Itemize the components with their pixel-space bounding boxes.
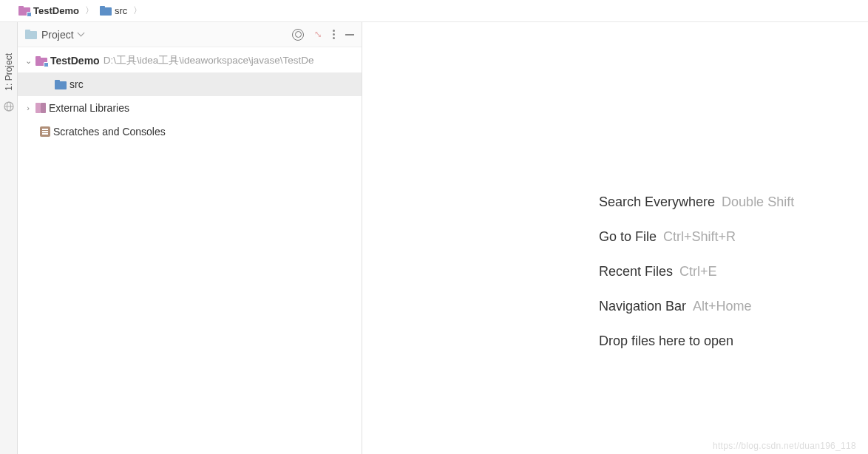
panel-title: Project xyxy=(41,29,74,41)
chevron-down-icon xyxy=(78,31,86,38)
breadcrumb-label: src xyxy=(115,5,127,16)
library-icon xyxy=(35,103,46,113)
hint-shortcut: Ctrl+E xyxy=(679,264,717,279)
folder-icon xyxy=(25,30,37,39)
collapse-all-button[interactable] xyxy=(314,29,322,40)
hint-label: Recent Files xyxy=(599,264,673,279)
hint-search-everywhere: Search Everywhere Double Shift xyxy=(599,194,794,210)
tree-node-scratches[interactable]: Scratches and Consoles xyxy=(18,120,362,143)
breadcrumb-separator: 〉 xyxy=(132,4,143,17)
tree-node-label: Scratches and Consoles xyxy=(53,126,166,138)
expand-toggle[interactable]: › xyxy=(24,104,33,112)
breadcrumb-item-project[interactable]: TestDemo xyxy=(18,5,79,16)
tool-window-bar-left: 1: Project xyxy=(0,22,18,454)
tree-node-project-root[interactable]: ⌄ TestDemo D:\工具\idea工具\ideaworkspace\ja… xyxy=(18,49,362,72)
watermark: https://blog.csdn.net/duan196_118 xyxy=(713,441,856,451)
tree-node-label: TestDemo xyxy=(50,55,100,67)
scratch-icon xyxy=(40,126,50,137)
panel-header: Project xyxy=(18,22,362,47)
web-icon[interactable] xyxy=(4,101,14,112)
minimize-icon xyxy=(345,34,354,35)
source-folder-icon xyxy=(55,80,67,89)
hint-navigation-bar: Navigation Bar Alt+Home xyxy=(599,299,794,314)
tree-node-label: External Libraries xyxy=(49,102,129,114)
hint-go-to-file: Go to File Ctrl+Shift+R xyxy=(599,229,794,245)
hint-shortcut: Alt+Home xyxy=(693,299,752,314)
project-tool-window: Project ⌄ TestDemo D:\工具\idea工具\ideawork… xyxy=(18,22,362,454)
breadcrumb-separator: 〉 xyxy=(84,4,95,17)
target-icon xyxy=(292,29,304,41)
kebab-icon xyxy=(333,30,335,39)
breadcrumb-item-src[interactable]: src xyxy=(100,5,127,16)
project-tree: ⌄ TestDemo D:\工具\idea工具\ideaworkspace\ja… xyxy=(18,47,362,454)
module-folder-icon xyxy=(35,56,47,66)
hint-label: Search Everywhere xyxy=(599,194,715,209)
editor-empty-state[interactable]: Search Everywhere Double Shift Go to Fil… xyxy=(362,22,868,454)
hint-recent-files: Recent Files Ctrl+E xyxy=(599,264,794,279)
tree-node-label: src xyxy=(69,78,84,90)
breadcrumb-label: TestDemo xyxy=(33,5,79,16)
options-button[interactable] xyxy=(333,30,335,39)
panel-view-selector[interactable]: Project xyxy=(25,29,292,41)
hint-label: Go to File xyxy=(599,229,657,244)
hide-button[interactable] xyxy=(345,34,354,35)
tree-node-external-libraries[interactable]: › External Libraries xyxy=(18,96,362,120)
tree-node-path: D:\工具\idea工具\ideaworkspace\javase\TestDe xyxy=(104,54,314,67)
hint-shortcut: Double Shift xyxy=(722,194,794,209)
hint-label: Drop files here to open xyxy=(599,333,733,348)
hint-shortcut: Ctrl+Shift+R xyxy=(663,229,736,244)
tree-node-src[interactable]: src xyxy=(18,72,362,96)
tool-window-tab-project[interactable]: 1: Project xyxy=(4,52,14,92)
hint-drop-files: Drop files here to open xyxy=(599,333,794,349)
collapse-icon xyxy=(314,29,322,40)
locate-button[interactable] xyxy=(292,29,304,41)
source-folder-icon xyxy=(100,6,112,16)
expand-toggle[interactable]: ⌄ xyxy=(24,56,33,66)
breadcrumb: TestDemo 〉 src 〉 xyxy=(0,0,868,22)
module-folder-icon xyxy=(18,6,30,16)
hint-label: Navigation Bar xyxy=(599,299,686,314)
